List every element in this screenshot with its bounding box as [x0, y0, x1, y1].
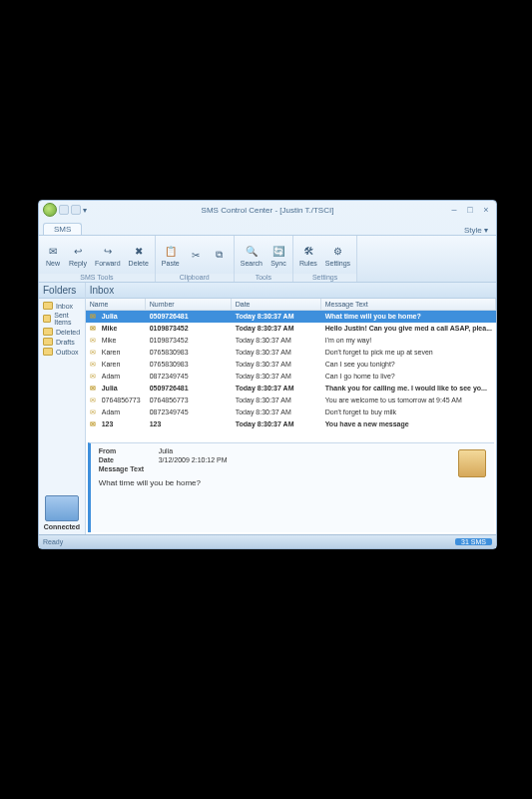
cut-button[interactable]: ✂	[184, 245, 208, 265]
msg-number: 0509726481	[146, 312, 232, 322]
message-row[interactable]: ✉Karen0765830983Today 8:30:37 AMDon't fo…	[86, 347, 496, 359]
reply-button[interactable]: ↩Reply	[65, 242, 91, 269]
close-button[interactable]: ×	[480, 205, 492, 215]
copy-button[interactable]: ⧉	[208, 245, 232, 265]
envelope-icon: ✉	[86, 312, 98, 322]
contact-avatar	[458, 449, 486, 477]
ribbon-group-clipboard: 📋Paste ✂ ⧉ Clipboard	[156, 236, 235, 282]
qat-print-button[interactable]	[71, 205, 81, 215]
msg-name: Julia	[98, 384, 146, 394]
folder-item[interactable]: Deleted	[41, 327, 83, 337]
reply-icon: ↩	[70, 244, 86, 260]
message-row[interactable]: ✉Julia0509726481Today 8:30:37 AMThank yo…	[86, 383, 496, 395]
preview-from: Julia	[159, 447, 173, 454]
delete-icon: ✖	[131, 244, 147, 260]
message-row[interactable]: ✉07648567730764856773Today 8:30:37 AMYou…	[86, 395, 496, 406]
maximize-button[interactable]: □	[464, 205, 476, 215]
msg-name: Mike	[98, 324, 146, 334]
inbox-header: Inbox	[86, 283, 496, 299]
quick-access-toolbar: ▾	[43, 203, 87, 217]
tab-sms[interactable]: SMS	[43, 223, 82, 235]
ribbon: ✉New ↩Reply ↪Forward ✖Delete SMS Tools 📋…	[39, 235, 496, 283]
envelope-icon: ✉	[86, 396, 98, 405]
message-row[interactable]: ✉Karen0765830983Today 8:30:37 AMCan I se…	[86, 359, 496, 371]
folder-icon	[43, 338, 53, 346]
app-menu-button[interactable]	[43, 203, 57, 217]
content-pane: Inbox Name Number Date Message Text ✉Jul…	[86, 283, 496, 534]
msg-name: Karen	[98, 360, 146, 370]
msg-text: Don't forget to pick me up at seven	[321, 348, 496, 358]
sync-button[interactable]: 🔄Sync	[266, 242, 290, 269]
message-row[interactable]: ✉Julia0509726481Today 8:30:37 AMWhat tim…	[86, 311, 496, 323]
rules-icon: 🛠	[300, 244, 316, 260]
forward-icon: ↪	[100, 244, 116, 260]
window-controls: – □ ×	[448, 205, 492, 215]
msg-number: 0872349745	[146, 372, 232, 382]
preview-date-label: Date	[99, 456, 159, 463]
message-row[interactable]: ✉Mike0109873452Today 8:30:37 AMHello Jus…	[86, 323, 496, 335]
folder-label: Deleted	[56, 329, 80, 336]
ribbon-group-settings: 🛠Rules ⚙Settings Settings	[293, 236, 357, 282]
msg-text: Don't forget to buy milk	[321, 407, 496, 417]
msg-date: Today 8:30:37 AM	[232, 407, 321, 417]
connection-label: Connected	[43, 523, 81, 530]
ribbon-tabs: SMS Style ▾	[39, 219, 496, 235]
folder-icon	[43, 348, 53, 356]
folder-item[interactable]: Sent Items	[41, 311, 83, 327]
message-row[interactable]: ✉Mike0109873452Today 8:30:37 AMI'm on my…	[86, 335, 496, 347]
style-menu[interactable]: Style ▾	[464, 226, 492, 235]
folder-item[interactable]: Drafts	[41, 337, 83, 347]
msg-text: Hello Justin! Can you give med a call AS…	[321, 324, 496, 334]
qat-save-button[interactable]	[59, 205, 69, 215]
msg-date: Today 8:30:37 AM	[232, 360, 321, 370]
envelope-icon: ✉	[86, 360, 98, 370]
ribbon-group-label: Clipboard	[156, 274, 234, 282]
sync-icon: 🔄	[270, 244, 286, 260]
msg-date: Today 8:30:37 AM	[232, 419, 321, 429]
message-row[interactable]: ✉Adam0872349745Today 8:30:37 AMDon't for…	[86, 406, 496, 418]
msg-date: Today 8:30:37 AM	[232, 324, 321, 334]
clipboard-icon: 📋	[163, 244, 179, 260]
msg-text: Can I go home to live?	[321, 372, 496, 382]
paste-button[interactable]: 📋Paste	[158, 242, 184, 269]
preview-body: What time will you be home?	[99, 478, 486, 487]
minimize-button[interactable]: –	[448, 205, 460, 215]
forward-button[interactable]: ↪Forward	[91, 242, 125, 269]
envelope-icon: ✉	[86, 407, 98, 417]
msg-number: 0765830983	[146, 360, 232, 370]
msg-name: Karen	[98, 348, 146, 358]
col-text[interactable]: Message Text	[321, 299, 496, 310]
folder-label: Inbox	[56, 303, 73, 310]
new-button[interactable]: ✉New	[41, 242, 65, 269]
msg-text: What time will you be home?	[321, 312, 496, 322]
folder-label: Outbox	[56, 349, 79, 356]
message-list: Name Number Date Message Text ✉Julia0509…	[86, 299, 496, 440]
status-left: Ready	[43, 538, 63, 545]
search-button[interactable]: 🔍Search	[237, 242, 266, 269]
folder-icon	[43, 315, 51, 323]
folder-item[interactable]: Inbox	[41, 301, 83, 311]
col-date[interactable]: Date	[232, 299, 321, 310]
envelope-icon: ✉	[86, 372, 98, 382]
ribbon-group-sms: ✉New ↩Reply ↪Forward ✖Delete SMS Tools	[39, 236, 156, 282]
main-area: Folders InboxSent ItemsDeletedDraftsOutb…	[39, 283, 496, 534]
col-number[interactable]: Number	[146, 299, 232, 310]
col-name[interactable]: Name	[86, 299, 146, 310]
rules-button[interactable]: 🛠Rules	[295, 242, 321, 269]
envelope-icon: ✉	[86, 336, 98, 346]
msg-number: 0765830983	[146, 348, 232, 358]
folder-item[interactable]: Outbox	[41, 347, 83, 357]
delete-button[interactable]: ✖Delete	[125, 242, 153, 269]
preview-body-label: Message Text	[99, 465, 159, 472]
status-sms-count: 31 SMS	[455, 538, 492, 545]
message-row[interactable]: ✉Adam0872349745Today 8:30:37 AMCan I go …	[86, 371, 496, 383]
settings-button[interactable]: ⚙Settings	[321, 242, 354, 269]
gear-icon: ⚙	[329, 244, 345, 260]
msg-text: I'm on my way!	[321, 336, 496, 346]
ribbon-group-label: SMS Tools	[39, 274, 155, 282]
folder-label: Drafts	[56, 339, 75, 346]
ribbon-group-label: Tools	[235, 274, 292, 282]
message-row[interactable]: ✉123123Today 8:30:37 AMYou have a new me…	[86, 418, 496, 430]
connection-status: Connected	[39, 491, 85, 534]
envelope-icon: ✉	[86, 324, 98, 334]
